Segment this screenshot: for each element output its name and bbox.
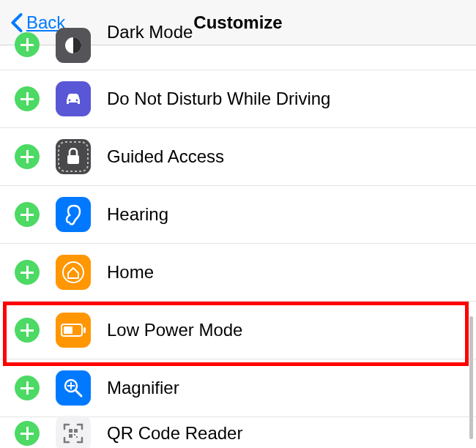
row-label: Low Power Mode (107, 320, 242, 340)
row-label: QR Code Reader (107, 423, 242, 444)
svg-rect-17 (76, 436, 78, 438)
add-button[interactable] (15, 421, 40, 446)
svg-point-2 (76, 100, 78, 102)
add-button[interactable] (15, 144, 40, 169)
scrollbar[interactable] (469, 316, 473, 439)
row-label: Guided Access (107, 146, 224, 167)
magnifier-icon (56, 370, 91, 406)
svg-rect-13 (69, 429, 72, 433)
list-item-guided-access[interactable]: Guided Access (0, 128, 476, 186)
svg-point-1 (69, 100, 71, 102)
controls-list: Dark Mode Do Not Disturb While Driving G… (0, 45, 476, 448)
svg-rect-16 (74, 434, 75, 436)
svg-rect-3 (59, 142, 88, 171)
list-item-home[interactable]: Home (0, 244, 476, 302)
list-item-dark-mode[interactable]: Dark Mode (0, 45, 476, 70)
chevron-left-icon (10, 12, 23, 33)
row-label: Home (107, 262, 154, 283)
qr-code-icon (56, 416, 91, 448)
svg-rect-15 (69, 434, 72, 438)
row-label: Dark Mode (107, 22, 193, 42)
add-button[interactable] (15, 260, 40, 285)
row-label: Do Not Disturb While Driving (107, 89, 330, 109)
battery-icon (56, 313, 91, 348)
list-item-dnd-driving[interactable]: Do Not Disturb While Driving (0, 70, 476, 128)
add-button[interactable] (15, 376, 40, 400)
ear-icon (56, 197, 91, 232)
add-button[interactable] (15, 318, 40, 343)
car-icon (56, 81, 91, 116)
svg-point-5 (63, 262, 83, 283)
list-item-low-power-mode[interactable]: Low Power Mode (0, 302, 476, 359)
back-button[interactable]: Back (0, 12, 65, 33)
page-title: Customize (193, 12, 282, 33)
add-button[interactable] (15, 32, 40, 57)
list-item-qr-code-reader[interactable]: QR Code Reader (0, 417, 476, 448)
lock-icon (56, 139, 91, 174)
dark-mode-icon (56, 28, 91, 63)
svg-rect-8 (83, 327, 86, 333)
svg-line-12 (75, 390, 81, 396)
svg-rect-7 (64, 326, 72, 334)
home-icon (56, 255, 91, 290)
add-button[interactable] (15, 86, 40, 111)
list-item-magnifier[interactable]: Magnifier (0, 359, 476, 417)
svg-rect-14 (74, 429, 78, 433)
add-button[interactable] (15, 202, 40, 227)
row-label: Hearing (107, 204, 168, 225)
list-item-hearing[interactable]: Hearing (0, 186, 476, 244)
row-label: Magnifier (107, 378, 179, 398)
